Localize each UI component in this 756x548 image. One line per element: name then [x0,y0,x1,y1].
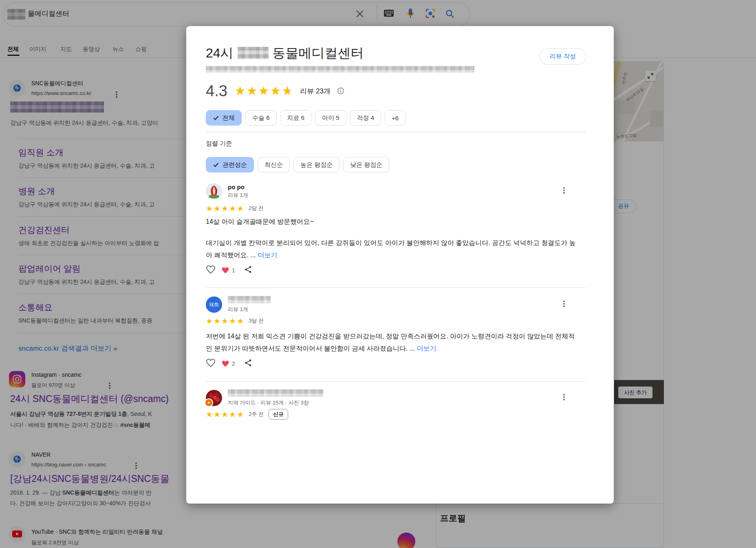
filter-chip[interactable]: 걱정 4 [350,110,381,126]
heart-icon [221,360,229,367]
reviews-dialog: 24시동물메디컬센터 리뷰 작성 4.3 ★★★★★★ 리뷰 23개 전체 수술… [186,26,614,504]
review-date: 2주 전 [249,411,264,418]
read-more-link[interactable]: 더보기 [258,252,277,259]
reviewer-meta: 리뷰 1개 [228,192,248,199]
new-badge: 신규 [269,409,288,420]
check-icon [213,161,219,168]
filter-chip-more[interactable]: +6 [385,110,406,126]
like-icon[interactable] [206,358,216,369]
redacted-reviewer-name [228,389,324,397]
sort-by-label: 정렬 기준 [206,140,586,148]
filter-chip[interactable]: 아이 5 [315,110,346,126]
sort-chip-relevance[interactable]: 관련성순 [206,157,254,172]
reviewer-meta: 리뷰 1개 [228,306,271,313]
filter-chip[interactable]: 수술 6 [245,110,277,126]
avatar[interactable]: 재희 [206,296,222,313]
review-menu-icon[interactable] [560,186,568,194]
redacted-address [206,66,474,73]
divider [206,132,586,132]
filter-chip[interactable]: 치료 6 [280,110,312,126]
review-stars-icon: ★★★★★3달 전 [206,317,586,325]
review-stars-icon: ★★★★★2달 전 [206,204,586,212]
share-icon[interactable] [244,359,252,369]
review-text: 대기실이 개별 칸막이로 분리되어 있어, 다른 강쥐들이 있어도 아이가 불안… [206,237,577,261]
rating-summary: 4.3 ★★★★★★ 리뷰 23개 [206,82,586,100]
rating-stars-icon: ★★★★★★ [235,85,293,97]
write-review-button[interactable]: 리뷰 작성 [540,48,586,65]
rating-value: 4.3 [206,82,227,100]
redacted-reviewer-name [228,296,271,303]
review-menu-icon[interactable] [560,300,568,307]
info-icon[interactable] [337,87,344,95]
heart-reaction[interactable]: 2 [221,360,235,367]
review-item: 재희 리뷰 1개 ★★★★★3달 전 저번에 14살 된 저희 믹스견 기쁨이 … [206,296,586,382]
review-menu-icon[interactable] [560,393,568,400]
reviewer-name[interactable]: po po [228,183,248,191]
check-icon [213,115,219,121]
redacted-place-name [238,47,269,59]
local-guide-badge-icon: ✦ [205,398,213,407]
review-item: ✦ 지역 가이드 · 리뷰 15개 · 사진 3장 ★★★★★2주 전신규 [206,390,586,418]
avatar[interactable] [206,183,222,199]
place-title: 24시동물메디컬센터 [206,44,586,62]
heart-icon [221,267,229,274]
review-text: 저번에 14살 된 저희 믹스견 기쁨이 건강검진을 받으러갔는데, 정말 만족… [206,330,577,355]
review-stars-icon: ★★★★★2주 전신규 [206,410,586,418]
filter-chip-all[interactable]: 전체 [206,110,242,126]
review-item: po po 리뷰 1개 ★★★★★2달 전 14살 아이 슬개골때문에 방문했어… [206,183,586,288]
heart-reaction[interactable]: 1 [221,267,235,274]
reviewer-meta: 지역 가이드 · 리뷰 15개 · 사진 3장 [228,399,324,407]
sort-chips: 관련성순 최신순 높은 평점순 낮은 평점순 [206,157,586,172]
share-icon[interactable] [244,265,252,275]
review-date: 3달 전 [249,317,264,325]
review-count[interactable]: 리뷰 23개 [300,86,331,96]
review-date: 2달 전 [249,205,264,212]
divider [206,381,586,382]
screen: 물메디컬센터 전체 이미지 지도 동영상 뉴스 쇼핑 SNC동물메디컬센터 ht… [0,0,756,548]
sort-chip-highest[interactable]: 높은 평점순 [293,157,339,172]
reaction-count: 1 [232,267,235,274]
sort-chip-lowest[interactable]: 낮은 평점순 [343,157,389,172]
review-text: 14살 아이 슬개골때문에 방문했어요~ [206,218,586,226]
reaction-count: 2 [232,360,235,367]
sort-chip-newest[interactable]: 최신순 [258,157,290,172]
read-more-link[interactable]: 더보기 [417,345,436,352]
filter-chips: 전체 수술 6 치료 6 아이 5 걱정 4 +6 [206,110,586,126]
divider [206,287,586,288]
like-icon[interactable] [206,265,216,276]
